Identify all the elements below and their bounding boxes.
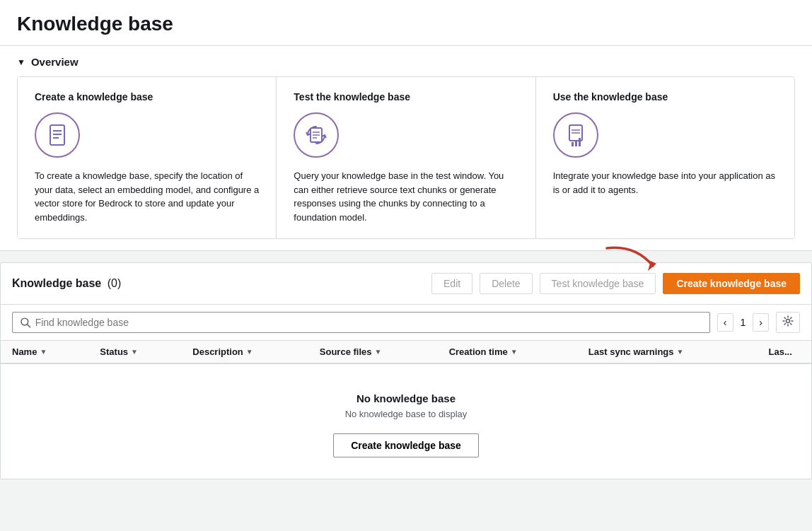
settings-button[interactable] [776,312,800,333]
overview-label: Overview [31,56,79,68]
empty-state-description: No knowledge base to display [1,409,811,419]
overview-cards: Create a knowledge base To create a know… [17,76,795,239]
card-test-description: Query your knowledge base in the test wi… [294,169,518,224]
edit-button[interactable]: Edit [431,273,472,294]
kb-section-title-text: Knowledge base [12,277,101,289]
svg-line-16 [28,325,30,327]
col-header-last-sync-warnings[interactable]: Last sync warnings ▼ [577,341,758,363]
empty-state: No knowledge base No knowledge base to d… [1,364,811,479]
document-icon [45,122,70,148]
svg-point-17 [787,320,790,323]
pagination-next-button[interactable]: › [753,313,769,332]
svg-rect-13 [579,138,581,146]
sort-icon-name: ▼ [40,348,47,356]
overview-card-test: Test the knowledge base [277,77,535,238]
kb-table: Name ▼ Status ▼ Descript [1,341,811,479]
card-create-description: To create a knowledge base, specify the … [35,169,259,224]
kb-section: Knowledge base (0) Edit Delete Test know… [0,262,812,479]
empty-state-row: No knowledge base No knowledge base to d… [1,363,811,479]
sort-icon-source-files: ▼ [375,348,382,356]
card-use-title: Use the knowledge base [553,91,777,103]
search-input-wrap[interactable] [12,312,710,333]
test-knowledge-base-button[interactable]: Test knowledge base [540,273,656,294]
kb-section-header: Knowledge base (0) Edit Delete Test know… [1,263,811,305]
sort-icon-description: ▼ [246,348,253,356]
page-title: Knowledge base [17,13,795,35]
overview-card-create: Create a knowledge base To create a know… [18,77,277,238]
overview-toggle[interactable]: ▼ Overview [17,46,795,76]
gear-icon [782,315,794,327]
delete-button[interactable]: Delete [480,273,532,294]
chart-document-icon [563,122,588,148]
page-header: Knowledge base [0,0,812,46]
card-create-title: Create a knowledge base [35,91,259,103]
overview-card-use: Use the knowledge base Integrate your kn… [536,77,794,238]
col-header-last[interactable]: Las... [758,341,811,363]
sort-icon-creation-time: ▼ [511,348,518,356]
search-icon [20,317,31,328]
card-test-title: Test the knowledge base [294,91,518,103]
pagination-current-page: 1 [738,317,749,328]
toggle-arrow-icon: ▼ [17,57,25,67]
card-create-icon-circle [35,112,80,158]
search-input[interactable] [35,317,702,328]
card-test-icon-circle [294,112,339,158]
pagination-controls: ‹ 1 › [717,313,769,332]
kb-section-wrap: Knowledge base (0) Edit Delete Test know… [0,262,812,479]
refresh-document-icon [303,122,329,148]
search-bar: ‹ 1 › [1,305,811,341]
col-header-creation-time[interactable]: Creation time ▼ [438,341,577,363]
col-header-description[interactable]: Description ▼ [181,341,308,363]
pagination-prev-button[interactable]: ‹ [717,313,733,332]
overview-section: ▼ Overview Create a knowledge base To cr… [0,46,812,251]
kb-section-title: Knowledge base (0) [12,277,424,290]
kb-count: (0) [108,277,122,289]
empty-state-create-button[interactable]: Create knowledge base [333,433,479,457]
col-header-source-files[interactable]: Source files ▼ [308,341,438,363]
svg-rect-11 [572,142,574,146]
empty-state-title: No knowledge base [1,392,811,404]
page-container: Knowledge base ▼ Overview Create a knowl… [0,0,812,531]
sort-icon-status: ▼ [131,348,138,356]
table-header: Name ▼ Status ▼ Descript [1,341,811,363]
col-header-status[interactable]: Status ▼ [88,341,181,363]
card-use-description: Integrate your knowledge base into your … [553,169,777,197]
col-header-name[interactable]: Name ▼ [1,341,88,363]
card-use-icon-circle [553,112,598,158]
sort-icon-last-sync-warnings: ▼ [677,348,684,356]
svg-rect-12 [575,140,577,146]
create-knowledge-base-button[interactable]: Create knowledge base [663,273,800,294]
table-body: No knowledge base No knowledge base to d… [1,363,811,479]
